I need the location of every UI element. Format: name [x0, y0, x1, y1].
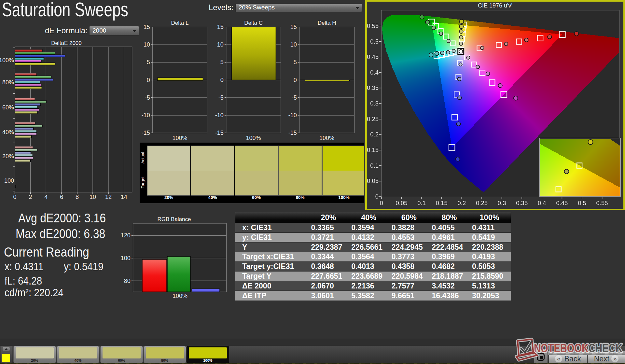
svg-text:0: 0 [147, 77, 150, 83]
svg-text:100%: 100% [0, 57, 14, 63]
svg-text:80%: 80% [2, 79, 14, 86]
svg-text:100: 100 [121, 255, 131, 261]
svg-text:-15: -15 [215, 130, 224, 136]
svg-text:CHECK: CHECK [589, 342, 622, 355]
svg-text:14: 14 [121, 194, 127, 200]
svg-text:10: 10 [90, 194, 96, 200]
svg-text:-5: -5 [292, 94, 297, 101]
svg-text:-5: -5 [145, 94, 150, 101]
svg-text:Delta L: Delta L [171, 20, 189, 26]
svg-text:RGB Balance: RGB Balance [158, 216, 191, 222]
svg-text:15: 15 [144, 24, 150, 30]
svg-text:NOTEBOOK: NOTEBOOK [534, 342, 589, 355]
svg-text:0: 0 [294, 77, 297, 83]
svg-text:4: 4 [44, 194, 48, 200]
svg-text:5: 5 [220, 59, 224, 65]
svg-text:-10: -10 [142, 112, 150, 119]
svg-text:5: 5 [147, 59, 150, 65]
svg-text:-15: -15 [288, 130, 297, 136]
svg-text:-5: -5 [218, 94, 224, 101]
svg-text:40%: 40% [2, 129, 14, 135]
svg-text:0: 0 [13, 194, 17, 200]
svg-text:100%: 100% [246, 135, 261, 141]
svg-text:Delta H: Delta H [318, 20, 336, 26]
svg-text:5: 5 [294, 59, 297, 65]
svg-text:100%: 100% [172, 135, 187, 141]
svg-text:6: 6 [60, 194, 63, 200]
svg-text:100%: 100% [173, 293, 188, 299]
svg-text:DeltaE 2000: DeltaE 2000 [51, 40, 82, 46]
svg-text:20%: 20% [2, 153, 14, 160]
svg-text:-15: -15 [142, 130, 150, 136]
svg-text:Delta C: Delta C [244, 20, 263, 26]
svg-text:10: 10 [144, 41, 150, 48]
svg-text:100%: 100% [319, 135, 334, 141]
svg-text:8: 8 [76, 194, 79, 200]
svg-text:0: 0 [220, 77, 224, 83]
svg-text:10: 10 [290, 41, 297, 48]
svg-text:-10: -10 [215, 112, 224, 119]
svg-text:2: 2 [29, 194, 32, 200]
svg-text:120: 120 [121, 232, 131, 239]
svg-text:100: 100 [4, 177, 14, 184]
svg-text:60%: 60% [2, 104, 14, 111]
svg-text:-10: -10 [288, 112, 297, 119]
svg-text:80: 80 [124, 278, 131, 284]
svg-text:12: 12 [105, 194, 112, 200]
svg-text:15: 15 [290, 24, 297, 30]
svg-text:10: 10 [217, 41, 224, 48]
svg-text:15: 15 [217, 24, 224, 30]
